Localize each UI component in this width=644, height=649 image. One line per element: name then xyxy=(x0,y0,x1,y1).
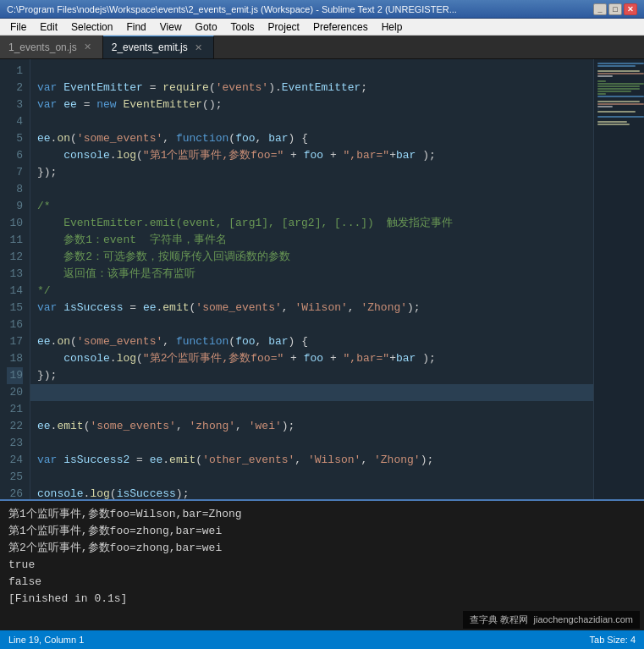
window-controls: _ □ ✕ xyxy=(593,3,637,15)
close-button[interactable]: ✕ xyxy=(624,3,637,15)
console-line-5: false xyxy=(8,574,636,591)
title-bar: C:\Program Files\nodejs\Workspace\events… xyxy=(0,0,644,19)
tab-2-events[interactable]: 2_events_emit.js ✕ xyxy=(103,36,214,58)
watermark: 查字典 教程网 jiaochengchazidian.com xyxy=(463,611,640,629)
line-numbers: 1 2 3 4 5 6 7 8 9 10 11 12 13 14 15 16 1… xyxy=(0,59,30,499)
tab-1-events[interactable]: 1_events_on.js ✕ xyxy=(0,36,103,58)
menu-preferences[interactable]: Preferences xyxy=(306,19,375,35)
menu-project[interactable]: Project xyxy=(261,19,306,35)
tab-2-label: 2_events_emit.js xyxy=(112,41,188,53)
title-text: C:\Program Files\nodejs\Workspace\events… xyxy=(7,4,457,14)
status-right: Tab Size: 4 xyxy=(590,635,636,645)
status-position: Line 19, Column 1 xyxy=(8,635,84,645)
maximize-button[interactable]: □ xyxy=(608,3,622,15)
menu-file[interactable]: File xyxy=(3,19,33,35)
main-area: 1 2 3 4 5 6 7 8 9 10 11 12 13 14 15 16 1… xyxy=(0,59,644,630)
menu-view[interactable]: View xyxy=(153,19,189,35)
minimize-button[interactable]: _ xyxy=(593,3,607,15)
minimap xyxy=(593,59,644,499)
console-line-3: 第2个监听事件,参数foo=zhong,bar=wei xyxy=(8,540,636,557)
menu-tools[interactable]: Tools xyxy=(224,19,261,35)
menu-goto[interactable]: Goto xyxy=(189,19,224,35)
menu-find[interactable]: Find xyxy=(119,19,152,35)
status-bar: Line 19, Column 1 Tab Size: 4 xyxy=(0,630,644,649)
tab-1-label: 1_events_on.js xyxy=(8,41,77,53)
tab-2-close[interactable]: ✕ xyxy=(193,41,205,53)
console-line-2: 第1个监听事件,参数foo=zhong,bar=wei xyxy=(8,523,636,540)
status-tabsize: Tab Size: 4 xyxy=(590,635,636,645)
console-line-4: true xyxy=(8,557,636,574)
menu-help[interactable]: Help xyxy=(375,19,410,35)
tabs-bar: 1_events_on.js ✕ 2_events_emit.js ✕ xyxy=(0,36,644,59)
code-content[interactable]: var EventEmitter = require('events').Eve… xyxy=(30,59,593,499)
console-line-6: [Finished in 0.1s] xyxy=(8,591,636,608)
menu-selection[interactable]: Selection xyxy=(64,19,119,35)
console-line-1: 第1个监听事件,参数foo=Wilson,bar=Zhong xyxy=(8,506,636,523)
tab-1-close[interactable]: ✕ xyxy=(82,41,94,53)
code-area[interactable]: 1 2 3 4 5 6 7 8 9 10 11 12 13 14 15 16 1… xyxy=(0,59,644,499)
menu-bar: File Edit Selection Find View Goto Tools… xyxy=(0,19,644,36)
menu-edit[interactable]: Edit xyxy=(33,19,64,35)
